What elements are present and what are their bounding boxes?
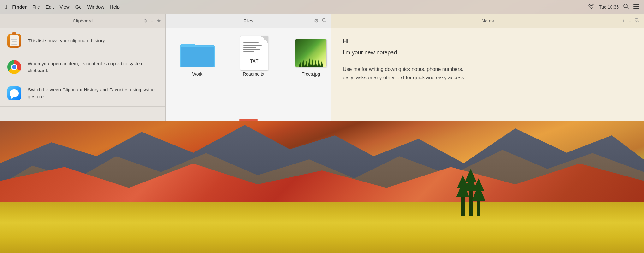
txt-badge: TXT [240, 59, 268, 64]
notes-search-icon[interactable] [635, 18, 640, 24]
menubar-window[interactable]: Window [87, 4, 104, 9]
notes-content[interactable]: Hi, I'm your new notepad. Use me for wri… [331, 28, 644, 121]
pastebot-app-icon [6, 33, 22, 49]
file-label-work: Work [192, 71, 202, 77]
clipboard-panel: Clipboard ⊘ ≡ ★ [0, 14, 166, 121]
scroll-dot [239, 119, 258, 121]
files-search-icon[interactable] [322, 18, 327, 24]
notes-list-icon[interactable]: ≡ [629, 18, 631, 24]
messages-app-icon [6, 85, 22, 101]
notes-line-3: Use me for writing down quick notes, pho… [343, 65, 633, 73]
notes-line-1: Hi, [343, 37, 633, 46]
menubar-file[interactable]: File [32, 4, 40, 9]
clipboard-items: This list shows your clipboard history. … [0, 28, 165, 121]
svg-line-11 [638, 21, 639, 22]
clipboard-list-icon[interactable]: ≡ [151, 18, 153, 24]
folder-icon [178, 37, 216, 69]
notes-panel: Notes + ≡ Hi, I'm your new notepad. Use … [331, 14, 644, 121]
files-panel: Files ⚙ [166, 14, 331, 121]
wifi-icon [588, 4, 594, 10]
menubar-right: Tue 10:36 [588, 3, 639, 10]
menubar-time: Tue 10:36 [599, 4, 619, 9]
apple-menu[interactable]:  [5, 3, 7, 10]
trees-silhouette [458, 178, 483, 216]
files-titlebar-icons: ⚙ [314, 18, 327, 24]
clipboard-item[interactable]: When you open an item, its content is co… [0, 54, 165, 80]
menubar-view[interactable]: View [59, 4, 69, 9]
image-file-icon [292, 37, 330, 69]
menubar-list-icon[interactable] [633, 4, 639, 9]
svg-rect-2 [633, 4, 639, 5]
svg-rect-4 [633, 8, 639, 9]
menubar-finder[interactable]: Finder [12, 4, 27, 9]
files-gear-icon[interactable]: ⚙ [314, 18, 319, 24]
clipboard-item[interactable]: Switch between Clipboard History and Fav… [0, 80, 165, 107]
notes-add-icon[interactable]: + [622, 18, 625, 24]
menubar-go[interactable]: Go [75, 4, 82, 9]
yellow-meadow [0, 202, 644, 253]
menubar-help[interactable]: Help [110, 4, 120, 9]
clipboard-titlebar-icons: ⊘ ≡ ★ [143, 18, 161, 24]
menubar:  Finder File Edit View Go Window Help T… [0, 0, 644, 14]
notes-title: Notes [481, 18, 494, 23]
clipboard-titlebar: Clipboard ⊘ ≡ ★ [0, 14, 165, 28]
file-label-trees: Trees.jpg [302, 71, 320, 77]
files-icons-area: Work TXT [166, 28, 331, 120]
clipboard-item-text-3: Switch between Clipboard History and Fav… [28, 86, 159, 101]
clipboard-item[interactable]: This list shows your clipboard history. [0, 28, 165, 54]
menubar-search-icon[interactable] [623, 3, 629, 10]
svg-line-6 [325, 21, 326, 22]
svg-rect-3 [633, 6, 639, 7]
file-item-work[interactable]: Work [178, 37, 216, 77]
notes-line-4: daily tasks or any other text for quick … [343, 73, 633, 82]
desktop-scene [0, 121, 644, 253]
clipboard-star-icon[interactable]: ★ [157, 18, 161, 24]
panels-container: Clipboard ⊘ ≡ ★ [0, 14, 644, 121]
chrome-app-icon [6, 59, 22, 75]
menubar-edit[interactable]: Edit [46, 4, 54, 9]
notes-titlebar: Notes + ≡ [331, 14, 644, 28]
svg-rect-9 [181, 47, 214, 67]
clipboard-cancel-icon[interactable]: ⊘ [143, 18, 147, 24]
clipboard-item-text-2: When you open an item, its content is co… [28, 60, 159, 74]
files-titlebar: Files ⚙ [166, 14, 331, 28]
notes-line-2: I'm your new notepad. [343, 48, 633, 58]
notes-titlebar-icons: + ≡ [622, 18, 640, 24]
file-item-trees[interactable]: Trees.jpg [292, 37, 330, 77]
files-scroll-indicator [166, 120, 331, 121]
clipboard-title: Clipboard [73, 18, 93, 23]
files-title: Files [243, 18, 253, 23]
txt-file-icon: TXT [235, 37, 273, 69]
clipboard-item-text-1: This list shows your clipboard history. [28, 37, 106, 45]
file-label-readme: Readme.txt [243, 71, 265, 77]
file-item-readme[interactable]: TXT Readme.txt [235, 37, 273, 77]
svg-line-1 [627, 7, 629, 9]
